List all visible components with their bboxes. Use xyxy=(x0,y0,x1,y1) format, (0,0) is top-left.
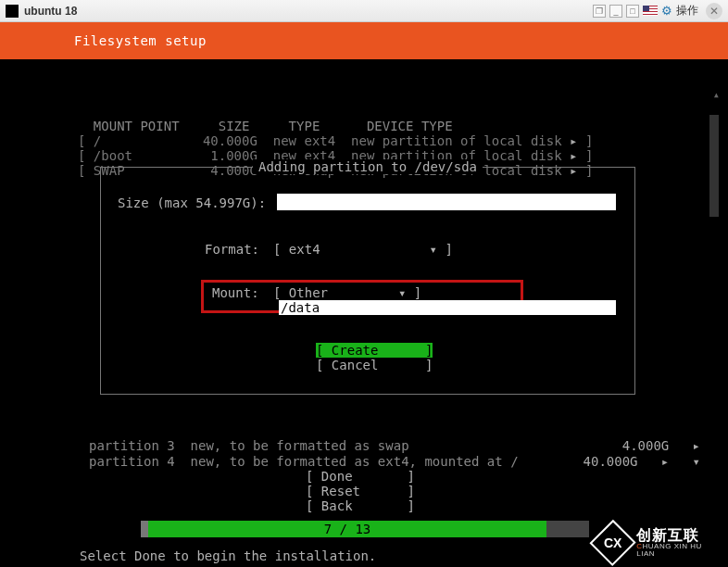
list-item[interactable]: partition 4 new, to be formatted as ext4… xyxy=(89,454,519,469)
lang-flag-icon[interactable] xyxy=(643,6,658,16)
done-button[interactable]: [ Done ] xyxy=(306,469,415,484)
create-button[interactable]: [ Create ] xyxy=(316,343,433,358)
action-menu[interactable]: 操作 xyxy=(676,3,698,19)
window-title: ubuntu 18 xyxy=(24,5,593,18)
progress-edge xyxy=(141,521,148,537)
page-title: Filesystem setup xyxy=(0,22,728,59)
window-controls: ❐ _ □ ⚙ 操作 ✕ xyxy=(593,3,722,19)
hint-text: Select Done to begin the installation. xyxy=(80,548,376,563)
mount-path-input[interactable]: /data xyxy=(279,300,616,315)
progress-text: 7 / 13 xyxy=(324,522,371,536)
cancel-button[interactable]: [ Cancel ] xyxy=(316,358,433,372)
gear-icon[interactable]: ⚙ xyxy=(661,4,672,18)
size-label: Size (max 54.997G): xyxy=(118,195,266,210)
restore-icon[interactable]: ❐ xyxy=(593,5,606,18)
minimize-icon[interactable]: _ xyxy=(609,5,622,18)
list-item[interactable]: partition 3 new, to be formatted as swap xyxy=(89,438,409,453)
format-label: Format: xyxy=(205,242,259,257)
maximize-icon[interactable]: □ xyxy=(626,5,639,18)
partition-sizes: 4.000G ▸ 40.000G ▸ ▾ xyxy=(584,422,700,485)
progress-bar: 7 / 13 xyxy=(148,521,546,537)
scrollbar[interactable] xyxy=(709,115,719,217)
size-input[interactable] xyxy=(277,194,616,210)
dialog-title: Adding partition to /dev/sda xyxy=(253,159,483,174)
window-icon xyxy=(6,5,19,18)
add-partition-dialog: Adding partition to /dev/sda Size (max 5… xyxy=(100,167,635,395)
scroll-up-icon[interactable]: ▴ xyxy=(713,87,720,102)
watermark-logo: CX xyxy=(589,520,635,566)
mount-select[interactable]: [ Other ▾ ] xyxy=(273,285,427,300)
watermark-cn: 创新互联 xyxy=(636,528,721,543)
partition-summary: partition 3 new, to be formatted as swap… xyxy=(89,422,519,485)
watermark-en: CHUANG XIN HU LIAN xyxy=(636,543,721,558)
back-button[interactable]: [ Back ] xyxy=(306,498,415,513)
mount-label: Mount: xyxy=(212,285,259,300)
page-title-text: Filesystem setup xyxy=(74,33,207,48)
chevron-down-icon: ▾ xyxy=(430,242,437,257)
table-row[interactable]: [ / 40.000G new ext4 new partition of lo… xyxy=(78,133,593,148)
chevron-down-icon: ▾ xyxy=(398,285,406,300)
terminal-screen: Filesystem setup MOUNT POINT SIZE TYPE D… xyxy=(0,22,728,567)
watermark: CX 创新互联 CHUANG XIN HU LIAN xyxy=(589,519,728,567)
window-titlebar: ubuntu 18 ❐ _ □ ⚙ 操作 ✕ xyxy=(0,0,728,22)
table-header: MOUNT POINT SIZE TYPE DEVICE TYPE xyxy=(78,119,453,133)
format-select[interactable]: [ ext4 ▾ ] xyxy=(273,242,438,257)
close-icon[interactable]: ✕ xyxy=(706,3,722,19)
reset-button[interactable]: [ Reset ] xyxy=(306,484,415,498)
